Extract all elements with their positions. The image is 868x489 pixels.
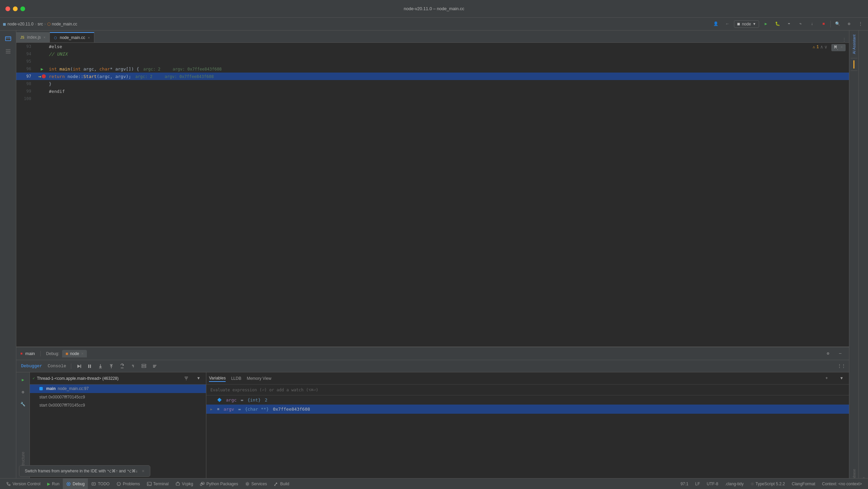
tab-close-index[interactable]: ×	[43, 36, 45, 39]
status-debug[interactable]: Debug	[63, 478, 88, 489]
more-options[interactable]: ⋮	[856, 19, 865, 29]
status-inspection[interactable]: .clang-tidy	[722, 478, 747, 489]
breakpoint-97[interactable]	[42, 74, 46, 78]
title-bar: node-v20.11.0 – node_main.cc	[0, 0, 868, 18]
debug-pause-btn[interactable]	[85, 361, 94, 371]
coverage-button[interactable]: ☂	[784, 19, 794, 29]
var-item-argv[interactable]: ▶ ≡ argv = {char **} 0x7ffee843f608	[206, 405, 849, 414]
code-line-93: 93 #else	[16, 43, 849, 50]
svg-rect-2	[6, 51, 11, 52]
settings-button[interactable]: ⚙	[844, 19, 854, 29]
var-expand-argv[interactable]: ▶	[210, 407, 214, 411]
debug-button[interactable]: 🐛	[773, 19, 782, 29]
sidebar-item-tree[interactable]	[3, 46, 14, 57]
frame-main[interactable]: main node_main.cc:97	[30, 385, 206, 393]
status-ts-version[interactable]: TypeScript 5.2.2	[747, 478, 789, 489]
debug-wrench-sidebar[interactable]: 🔧	[18, 399, 28, 409]
breadcrumb-file[interactable]: node_main.cc	[52, 22, 77, 26]
minimize-button[interactable]	[13, 6, 18, 11]
debug-step-out-btn[interactable]	[107, 361, 116, 371]
status-build-label: Build	[280, 482, 289, 486]
tab-lldb[interactable]: LLDB	[231, 375, 241, 382]
status-vcpkg-label: Vcpkg	[182, 482, 193, 486]
run-configuration[interactable]: ◼ node ▼	[734, 20, 759, 28]
code-editor[interactable]: ⚠ 1 ∧ ∨ M. × 93 #else 94 // UNIX	[16, 43, 849, 347]
sidebar-item-project[interactable]	[3, 33, 14, 44]
breadcrumb-src[interactable]: src	[38, 22, 43, 26]
vcs-button[interactable]: 👤	[711, 19, 720, 29]
debug-collapse-btn[interactable]	[150, 361, 159, 371]
tab-debugger[interactable]: Debugger	[19, 362, 44, 370]
status-todo[interactable]: TODO	[88, 478, 113, 489]
thread-checkmark: ✓	[33, 376, 35, 380]
warning-count: 1	[816, 45, 819, 50]
tab-options-menu[interactable]: ⋮	[839, 37, 849, 42]
debug-session-name: node	[70, 351, 79, 356]
expression-input[interactable]: Evaluate expression (⏎) or add a watch (…	[206, 385, 849, 395]
tab-index-js[interactable]: JS index.js ×	[16, 32, 50, 42]
nav-up-btn[interactable]: ∧	[820, 44, 823, 50]
thread-item-header[interactable]: ✓ Thread-1-<com.apple.main-thread> (4632…	[33, 376, 179, 381]
session-close[interactable]: ×	[81, 351, 83, 356]
step-over-btn[interactable]: ↷	[796, 19, 805, 29]
tooltip-close-btn[interactable]: ×	[142, 468, 145, 474]
tab-close-main[interactable]: ×	[88, 36, 90, 40]
status-run[interactable]: ▶ Run	[44, 478, 63, 489]
tab-memory-view[interactable]: Memory View	[247, 375, 271, 382]
tab-console[interactable]: Console	[45, 362, 68, 370]
debug-step-sidebar[interactable]: ⚙	[18, 387, 28, 397]
ai-assistant-panel[interactable]: AI Assistant	[851, 32, 857, 57]
traffic-lights[interactable]	[5, 6, 25, 11]
breadcrumb-project[interactable]: node-v20.11.0	[7, 22, 34, 26]
frame-start1[interactable]: start 0x00007fff70145cc9	[30, 393, 206, 401]
vars-add-btn[interactable]: +	[822, 374, 831, 383]
debug-step-over-btn[interactable]	[117, 361, 127, 371]
charset-text: UTF-8	[707, 482, 718, 486]
status-python-packages[interactable]: Python Packages	[196, 478, 241, 489]
step-into-btn[interactable]: ↓	[807, 19, 817, 29]
maximize-button[interactable]	[20, 6, 25, 11]
tab-variables[interactable]: Variables	[209, 375, 226, 382]
debug-panel-menu[interactable]: ⋮⋮	[837, 361, 846, 371]
header-sep	[40, 351, 41, 356]
debug-runtocursor-btn[interactable]: ↯	[128, 361, 138, 371]
status-position[interactable]: 97:1	[677, 478, 692, 489]
nav-down-btn[interactable]: ∨	[825, 44, 827, 50]
frame-start2[interactable]: start 0x00007fff70145cc9	[30, 401, 206, 409]
gutter-96[interactable]: ▶	[37, 66, 48, 72]
m-icon-badge[interactable]: M. ×	[831, 44, 846, 51]
status-vcpkg[interactable]: Vcpkg	[172, 478, 196, 489]
status-build[interactable]: Build	[270, 478, 293, 489]
debug-resume-sidebar[interactable]: ▶	[18, 375, 28, 385]
vars-dropdown-btn[interactable]: ▼	[837, 374, 846, 383]
search-button[interactable]: 🔍	[833, 19, 842, 29]
run-button[interactable]: ▶	[761, 19, 771, 29]
status-terminal[interactable]: Terminal	[144, 478, 172, 489]
var-item-argc[interactable]: 🔷 argc = {int} 2	[206, 395, 849, 405]
thread-dropdown-btn[interactable]: ▼	[194, 374, 203, 383]
thread-filter-btn[interactable]	[182, 374, 191, 383]
run-config-dropdown[interactable]: ▼	[753, 22, 756, 26]
stop-button[interactable]: ■	[819, 19, 828, 29]
m-close[interactable]: ×	[841, 45, 843, 50]
debug-frames-btn[interactable]	[139, 361, 149, 371]
status-encoding[interactable]: LF	[692, 478, 703, 489]
status-services[interactable]: Services	[242, 478, 270, 489]
debug-structure-sidebar[interactable]: Structure	[18, 455, 28, 465]
back-button[interactable]: ←	[722, 19, 732, 29]
status-run-label: Run	[52, 482, 59, 486]
debug-step-into-btn[interactable]	[96, 361, 105, 371]
gutter-97[interactable]: →	[37, 74, 48, 79]
status-charset[interactable]: UTF-8	[703, 478, 722, 489]
debug-session-tab[interactable]: ◼ node ×	[62, 350, 87, 357]
tab-node-main[interactable]: ⬡ node_main.cc ×	[50, 32, 94, 42]
tooltip-text: Switch frames from anywhere in the IDE w…	[25, 469, 138, 473]
debug-resume-btn[interactable]	[74, 361, 83, 371]
status-version-control[interactable]: Version Control	[3, 478, 44, 489]
close-button[interactable]	[5, 6, 10, 11]
status-problems[interactable]: ! Problems	[113, 478, 144, 489]
status-clang-format[interactable]: ClangFormat	[788, 478, 818, 489]
debug-minimize-btn[interactable]: —	[835, 349, 845, 358]
debug-settings-btn[interactable]: ⚙	[823, 349, 833, 358]
status-context: Context: <no context>	[819, 478, 865, 489]
